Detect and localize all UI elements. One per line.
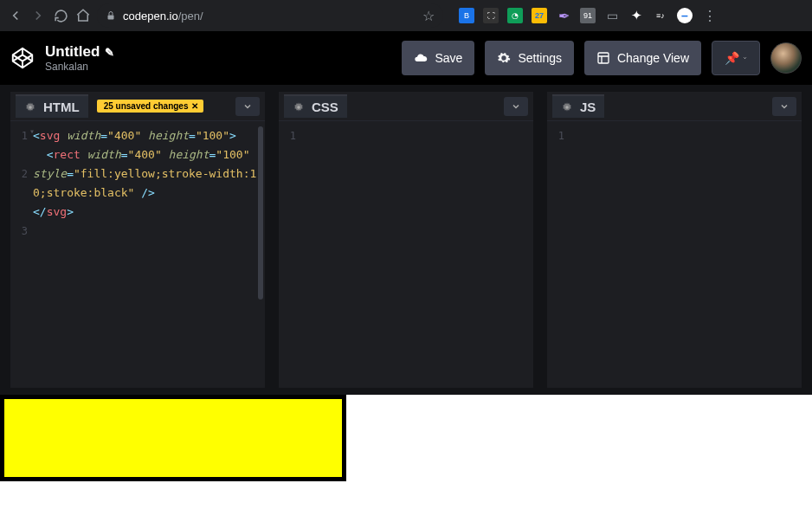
editor-area: HTML 25 unsaved changes ✕ ▾ 1 2 3 <svg w… bbox=[0, 85, 812, 395]
extensions-puzzle-icon[interactable]: ✦ bbox=[628, 8, 644, 23]
pen-title[interactable]: Untitled bbox=[45, 43, 100, 61]
extension-icon[interactable]: ≡♪ bbox=[653, 8, 668, 23]
panel-collapse-button[interactable] bbox=[235, 97, 260, 116]
browser-menu-icon[interactable]: ⋮ bbox=[698, 8, 722, 24]
browser-toolbar: codepen.io/pen/ ☆ B ⛶ ◔ 27 ✒ 91 ▭ ✦ ≡♪ –… bbox=[0, 0, 812, 31]
panel-collapse-button[interactable] bbox=[504, 97, 528, 116]
js-panel-header: JS bbox=[547, 92, 802, 121]
edit-title-icon[interactable]: ✎ bbox=[105, 46, 114, 59]
svg-rect-0 bbox=[108, 16, 114, 20]
extension-icon[interactable]: ⛶ bbox=[483, 8, 499, 23]
preview-pane bbox=[0, 395, 812, 509]
preview-svg bbox=[0, 395, 346, 481]
gear-icon[interactable] bbox=[24, 101, 36, 113]
pin-dropdown-button[interactable]: 📌 bbox=[712, 41, 760, 75]
pen-title-block: Untitled ✎ Sankalan bbox=[45, 43, 391, 73]
code-content bbox=[301, 126, 530, 383]
preview-rect bbox=[0, 395, 346, 481]
panel-title: CSS bbox=[312, 100, 338, 114]
extension-icons: B ⛶ ◔ 27 ✒ 91 ▭ ✦ ≡♪ – bbox=[459, 8, 693, 23]
unsaved-badge: 25 unsaved changes ✕ bbox=[97, 100, 204, 113]
user-avatar[interactable] bbox=[770, 42, 802, 74]
gear-icon[interactable] bbox=[561, 101, 573, 113]
panel-title: JS bbox=[580, 100, 596, 114]
change-view-button[interactable]: Change View bbox=[584, 41, 701, 75]
profile-icon[interactable]: – bbox=[677, 8, 693, 23]
cloud-icon bbox=[414, 51, 428, 65]
svg-rect-1 bbox=[598, 53, 609, 63]
code-content bbox=[570, 126, 798, 383]
extension-icon-calendar[interactable]: 27 bbox=[532, 8, 547, 23]
gear-icon[interactable] bbox=[293, 101, 305, 113]
extension-icon[interactable]: ◔ bbox=[507, 8, 523, 23]
back-icon[interactable] bbox=[7, 7, 24, 24]
panel-title: HTML bbox=[43, 100, 80, 114]
html-editor[interactable]: ▾ 1 2 3 <svg width="400" height="100"> <… bbox=[10, 121, 265, 388]
gear-icon bbox=[497, 51, 511, 65]
reload-icon[interactable] bbox=[52, 7, 69, 24]
code-content: <svg width="400" height="100"> <rect wid… bbox=[33, 126, 261, 383]
css-panel: CSS 1 bbox=[279, 92, 533, 388]
chevron-down-icon bbox=[743, 54, 747, 62]
fold-icon[interactable]: ▾ bbox=[29, 126, 35, 136]
css-panel-header: CSS bbox=[279, 92, 533, 121]
home-icon[interactable] bbox=[74, 7, 92, 24]
html-panel-header: HTML 25 unsaved changes ✕ bbox=[10, 92, 265, 121]
html-panel: HTML 25 unsaved changes ✕ ▾ 1 2 3 <svg w… bbox=[10, 92, 265, 388]
scrollbar[interactable] bbox=[258, 126, 263, 300]
lock-icon bbox=[106, 10, 116, 21]
line-gutter: 1 2 3 bbox=[14, 126, 33, 383]
forward-icon[interactable] bbox=[29, 7, 47, 24]
save-button[interactable]: Save bbox=[402, 41, 474, 75]
url-text: codepen.io/pen/ bbox=[123, 10, 203, 23]
line-gutter: 1 bbox=[282, 126, 301, 383]
settings-button[interactable]: Settings bbox=[485, 41, 574, 75]
extension-icon[interactable]: 91 bbox=[580, 8, 596, 23]
extension-icon[interactable]: ✒ bbox=[556, 8, 571, 23]
bookmark-star-icon[interactable]: ☆ bbox=[422, 8, 435, 24]
codepen-logo-icon bbox=[10, 46, 35, 70]
close-icon[interactable]: ✕ bbox=[191, 101, 198, 111]
js-panel: JS 1 bbox=[547, 92, 802, 388]
pen-author[interactable]: Sankalan bbox=[45, 61, 391, 73]
codepen-header: Untitled ✎ Sankalan Save Settings Change… bbox=[0, 31, 812, 85]
css-editor[interactable]: 1 bbox=[279, 121, 533, 388]
extension-icon[interactable]: ▭ bbox=[604, 8, 620, 23]
panel-collapse-button[interactable] bbox=[772, 97, 796, 116]
js-editor[interactable]: 1 bbox=[547, 121, 802, 388]
pin-icon: 📌 bbox=[725, 51, 739, 65]
extension-icon[interactable]: B bbox=[459, 8, 474, 23]
line-gutter: 1 bbox=[551, 126, 570, 383]
url-bar[interactable]: codepen.io/pen/ ☆ bbox=[97, 3, 443, 28]
layout-icon bbox=[596, 51, 610, 65]
